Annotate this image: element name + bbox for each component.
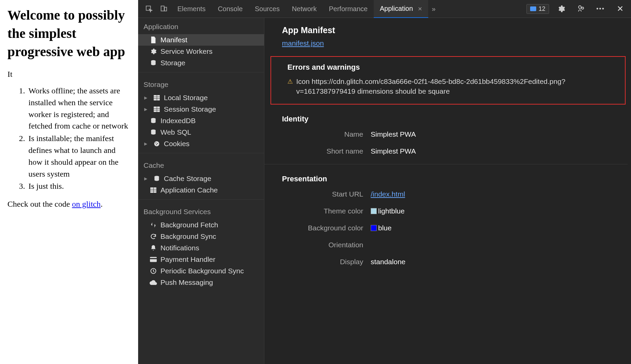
list-item: Works offline; the assets are installed … — [27, 85, 131, 132]
value-theme-color: lightblue — [371, 207, 405, 215]
close-devtools-icon[interactable]: ✕ — [616, 4, 625, 13]
sidebar-item-periodic-sync[interactable]: Periodic Background Sync — [138, 265, 264, 277]
issues-badge[interactable]: 12 — [526, 4, 549, 14]
errors-warnings-box: Errors and warnings ⚠ Icon https://cdn.g… — [270, 56, 626, 105]
value-background-color: blue — [371, 224, 392, 232]
sidebar-item-label: Service Workers — [160, 47, 213, 55]
devtools-panel: Elements Console Sources Network Perform… — [138, 0, 631, 364]
glitch-link[interactable]: on glitch — [72, 200, 101, 208]
sidebar-item-label: Periodic Background Sync — [160, 267, 244, 275]
expand-icon[interactable]: ▶ — [144, 141, 148, 146]
page-intro: It — [7, 70, 131, 79]
page-list: Works offline; the assets are installed … — [7, 85, 131, 192]
theme-color-text: lightblue — [378, 207, 405, 215]
experiments-icon[interactable] — [576, 4, 585, 13]
sidebar-item-indexeddb[interactable]: IndexedDB — [138, 115, 264, 127]
sidebar-item-label: Session Storage — [164, 105, 216, 113]
sidebar-item-cache-storage[interactable]: ▶ Cache Storage — [138, 173, 264, 184]
expand-icon[interactable]: ▶ — [144, 107, 148, 112]
label-start-url: Start URL — [282, 190, 371, 198]
transfer-icon — [150, 221, 157, 229]
presentation-heading: Presentation — [282, 175, 628, 183]
sidebar-item-label: Local Storage — [164, 94, 208, 102]
expand-icon[interactable]: ▶ — [144, 176, 148, 181]
sidebar-item-storage[interactable]: Storage — [138, 57, 264, 69]
start-url-link[interactable]: /index.html — [371, 190, 405, 198]
database-icon — [150, 117, 157, 124]
database-icon — [150, 59, 157, 67]
svg-point-16 — [154, 141, 159, 146]
expand-icon[interactable]: ▶ — [144, 95, 148, 100]
footer-suffix: . — [101, 200, 103, 208]
tabstrip-right: 12 ••• ✕ — [526, 4, 628, 14]
tab-performance[interactable]: Performance — [323, 0, 374, 18]
credit-card-icon — [150, 256, 157, 263]
application-sidebar: Application Manifest Service Workers Sto… — [138, 18, 264, 364]
row-name: Name Simplest PWA — [282, 130, 628, 138]
sidebar-item-payment-handler[interactable]: Payment Handler — [138, 254, 264, 265]
sidebar-item-push-messaging[interactable]: Push Messaging — [138, 277, 264, 288]
tab-elements[interactable]: Elements — [171, 0, 212, 18]
page-heading: Welcome to possibly the simplest progres… — [7, 6, 131, 61]
tab-console[interactable]: Console — [212, 0, 248, 18]
bell-icon — [150, 244, 157, 252]
sidebar-item-label: Notifications — [160, 244, 199, 252]
value-name: Simplest PWA — [371, 130, 416, 138]
sync-icon — [150, 233, 157, 240]
svg-point-19 — [156, 144, 157, 145]
sidebar-item-service-workers[interactable]: Service Workers — [138, 46, 264, 57]
svg-rect-25 — [150, 257, 157, 262]
sidebar-item-label: Background Fetch — [160, 221, 218, 229]
inspect-element-icon[interactable] — [145, 4, 153, 13]
tab-application-label: Application — [380, 5, 413, 12]
kebab-menu-icon[interactable]: ••• — [596, 4, 605, 13]
webpage-viewport: Welcome to possibly the simplest progres… — [0, 0, 138, 364]
manifest-file-link[interactable]: manifest.json — [282, 39, 324, 47]
errors-title: Errors and warnings — [276, 63, 620, 72]
sidebar-item-background-fetch[interactable]: Background Fetch — [138, 219, 264, 231]
tab-application[interactable]: Application ✕ — [374, 0, 428, 18]
sidebar-item-websql[interactable]: Web SQL — [138, 127, 264, 138]
tab-sources[interactable]: Sources — [249, 0, 286, 18]
sidebar-item-notifications[interactable]: Notifications — [138, 242, 264, 254]
gear-icon[interactable] — [557, 4, 566, 13]
list-item: Is just this. — [27, 180, 131, 192]
warning-text: Icon https://cdn.glitch.com/c83a666e-02f… — [296, 76, 620, 96]
issues-count: 12 — [539, 5, 545, 13]
label-name: Name — [282, 130, 371, 138]
database-icon — [150, 129, 157, 136]
row-background-color: Background color blue — [282, 224, 628, 232]
sidebar-item-background-sync[interactable]: Background Sync — [138, 231, 264, 242]
value-short-name: Simplest PWA — [371, 147, 416, 155]
tab-more[interactable]: » — [428, 0, 439, 18]
warning-icon: ⚠ — [287, 77, 293, 96]
svg-rect-24 — [153, 187, 154, 193]
sidebar-item-session-storage[interactable]: ▶ Session Storage — [138, 104, 264, 115]
svg-point-18 — [157, 143, 158, 144]
sidebar-item-cookies[interactable]: ▶ Cookies — [138, 138, 264, 150]
manifest-pane: App Manifest manifest.json Errors and wa… — [264, 18, 631, 364]
close-icon[interactable]: ✕ — [418, 6, 422, 12]
sidebar-item-manifest[interactable]: Manifest — [138, 34, 264, 46]
sidebar-section-storage: Storage — [138, 76, 264, 92]
gear-icon — [150, 48, 157, 55]
sidebar-item-local-storage[interactable]: ▶ Local Storage — [138, 92, 264, 104]
database-icon — [153, 175, 160, 182]
devtools-tabstrip: Elements Console Sources Network Perform… — [138, 0, 631, 18]
row-short-name: Short name Simplest PWA — [282, 147, 628, 155]
sidebar-item-label: IndexedDB — [160, 117, 196, 125]
tab-network[interactable]: Network — [286, 0, 323, 18]
divider — [264, 164, 628, 164]
sidebar-item-label: Application Cache — [160, 186, 218, 194]
sidebar-item-label: Background Sync — [160, 232, 216, 241]
label-theme-color: Theme color — [282, 207, 371, 215]
svg-rect-9 — [157, 95, 157, 100]
sidebar-item-application-cache[interactable]: Application Cache — [138, 184, 264, 196]
sidebar-item-label: Payment Handler — [160, 255, 215, 264]
label-display: Display — [282, 258, 371, 266]
table-icon — [153, 94, 160, 101]
device-toggle-icon[interactable] — [159, 4, 168, 13]
sidebar-item-label: Manifest — [160, 36, 187, 44]
sidebar-item-label: Web SQL — [160, 128, 191, 136]
identity-heading: Identity — [282, 115, 628, 123]
